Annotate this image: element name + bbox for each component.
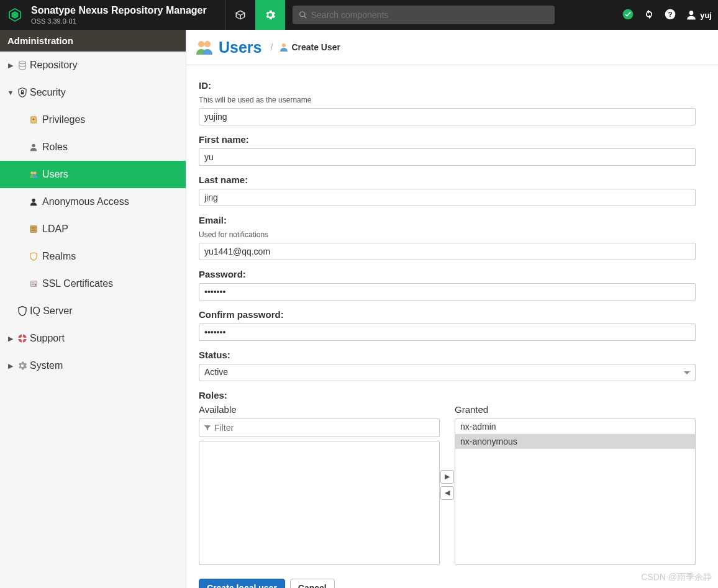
filter-icon bbox=[203, 423, 212, 432]
sidebar-item-ldap[interactable]: LDAP bbox=[0, 215, 186, 243]
sidebar-item-ssl-certificates[interactable]: SSL Certificates bbox=[0, 270, 186, 297]
available-list[interactable] bbox=[199, 441, 440, 565]
expander-icon: ▼ bbox=[6, 89, 15, 96]
nav-label: SSL Certificates bbox=[42, 278, 113, 289]
svg-rect-18 bbox=[30, 281, 37, 287]
expander-icon: ▶ bbox=[6, 335, 15, 343]
nav-icon bbox=[15, 360, 30, 371]
svg-rect-16 bbox=[32, 228, 36, 229]
sidebar-item-users[interactable]: Users bbox=[0, 161, 186, 188]
user-icon bbox=[685, 9, 698, 21]
sidebar-item-repository[interactable]: ▶Repository bbox=[0, 52, 186, 79]
password-field[interactable] bbox=[199, 283, 696, 301]
nav-label: Users bbox=[42, 169, 68, 180]
granted-list[interactable]: nx-adminnx-anonymous bbox=[455, 418, 696, 565]
nav-icon bbox=[15, 333, 30, 344]
sidebar-item-anonymous-access[interactable]: Anonymous Access bbox=[0, 188, 186, 215]
id-label: ID: bbox=[199, 80, 706, 91]
svg-rect-26 bbox=[18, 338, 21, 339]
nav-icon bbox=[15, 87, 30, 98]
granted-title: Granted bbox=[455, 404, 696, 415]
nexus-logo-icon bbox=[0, 0, 30, 30]
nav-icon bbox=[25, 170, 42, 179]
svg-point-11 bbox=[30, 171, 34, 174]
browse-mode-button[interactable] bbox=[225, 0, 255, 30]
user-menu[interactable]: yuj bbox=[685, 9, 712, 21]
svg-rect-27 bbox=[24, 338, 27, 339]
svg-rect-19 bbox=[32, 283, 34, 283]
nav-label: Support bbox=[30, 333, 65, 344]
filter-input[interactable] bbox=[214, 423, 435, 433]
svg-rect-17 bbox=[32, 230, 36, 231]
nav-label: Realms bbox=[42, 251, 76, 262]
expander-icon: ▶ bbox=[6, 61, 15, 70]
nav-label: LDAP bbox=[42, 224, 68, 235]
list-item[interactable]: nx-anonymous bbox=[455, 434, 695, 449]
confirm-label: Confirm password: bbox=[199, 309, 706, 320]
breadcrumb: Users / Create User bbox=[186, 30, 718, 65]
nav-label: Repository bbox=[30, 60, 77, 71]
search-input[interactable] bbox=[311, 10, 548, 20]
id-field[interactable] bbox=[199, 108, 696, 125]
email-field[interactable] bbox=[199, 243, 696, 260]
list-item[interactable]: nx-admin bbox=[455, 419, 695, 434]
app-header: Sonatype Nexus Repository Manager OSS 3.… bbox=[0, 0, 718, 30]
sidebar-item-privileges[interactable]: Privileges bbox=[0, 106, 186, 133]
roles-filter[interactable] bbox=[199, 418, 440, 437]
create-user-form: ID: This will be used as the username Fi… bbox=[186, 65, 718, 588]
nav-icon bbox=[25, 225, 42, 233]
status-select[interactable]: Active bbox=[199, 364, 696, 381]
move-left-button[interactable]: ◀ bbox=[440, 486, 454, 500]
svg-point-6 bbox=[19, 61, 26, 64]
create-user-button[interactable]: Create local user bbox=[199, 579, 285, 588]
sidebar-item-system[interactable]: ▶System bbox=[0, 352, 186, 379]
main-panel: Users / Create User ID: This will be use… bbox=[186, 30, 718, 588]
search-icon bbox=[299, 11, 307, 19]
move-right-button[interactable]: ▶ bbox=[440, 470, 454, 484]
search-box[interactable] bbox=[293, 6, 555, 24]
svg-rect-7 bbox=[21, 92, 24, 94]
svg-marker-1 bbox=[12, 11, 19, 19]
password-label: Password: bbox=[199, 269, 706, 279]
user-label: yuj bbox=[700, 11, 712, 20]
admin-mode-button[interactable] bbox=[255, 0, 285, 30]
svg-point-13 bbox=[32, 199, 35, 202]
status-label: Status: bbox=[199, 350, 706, 360]
svg-rect-20 bbox=[32, 284, 34, 285]
help-icon[interactable]: ? bbox=[664, 8, 676, 22]
refresh-icon[interactable] bbox=[643, 8, 655, 22]
nav-label: IQ Server bbox=[30, 305, 72, 317]
svg-point-5 bbox=[689, 11, 694, 15]
email-label: Email: bbox=[199, 215, 706, 225]
nav-icon bbox=[25, 115, 42, 124]
roles-label: Roles: bbox=[199, 390, 706, 400]
nav-label: Anonymous Access bbox=[42, 196, 129, 207]
lastname-label: Last name: bbox=[199, 174, 706, 185]
users-icon bbox=[195, 38, 214, 56]
svg-text:?: ? bbox=[668, 10, 673, 18]
sidebar-item-iq-server[interactable]: IQ Server bbox=[0, 297, 186, 325]
confirm-field[interactable] bbox=[199, 323, 696, 341]
sidebar-item-roles[interactable]: Roles bbox=[0, 133, 186, 161]
sidebar-item-support[interactable]: ▶Support bbox=[0, 325, 186, 352]
breadcrumb-section[interactable]: Users bbox=[219, 38, 262, 57]
svg-rect-25 bbox=[22, 340, 23, 343]
app-version: OSS 3.39.0-01 bbox=[31, 17, 207, 25]
svg-point-9 bbox=[33, 119, 35, 120]
nav-label: System bbox=[30, 360, 63, 371]
lastname-field[interactable] bbox=[199, 189, 696, 206]
status-ok-icon[interactable] bbox=[622, 8, 634, 22]
svg-rect-24 bbox=[22, 334, 23, 337]
nav-icon bbox=[25, 197, 42, 206]
sidebar-header: Administration bbox=[0, 30, 186, 52]
nav-icon bbox=[25, 143, 42, 152]
nav-icon bbox=[15, 305, 30, 317]
cancel-button[interactable]: Cancel bbox=[290, 579, 335, 588]
user-small-icon bbox=[279, 42, 289, 52]
firstname-field[interactable] bbox=[199, 148, 696, 166]
svg-point-29 bbox=[204, 41, 211, 47]
svg-rect-15 bbox=[32, 227, 36, 228]
sidebar-item-realms[interactable]: Realms bbox=[0, 243, 186, 270]
svg-point-10 bbox=[32, 144, 35, 147]
sidebar-item-security[interactable]: ▼Security bbox=[0, 79, 186, 106]
